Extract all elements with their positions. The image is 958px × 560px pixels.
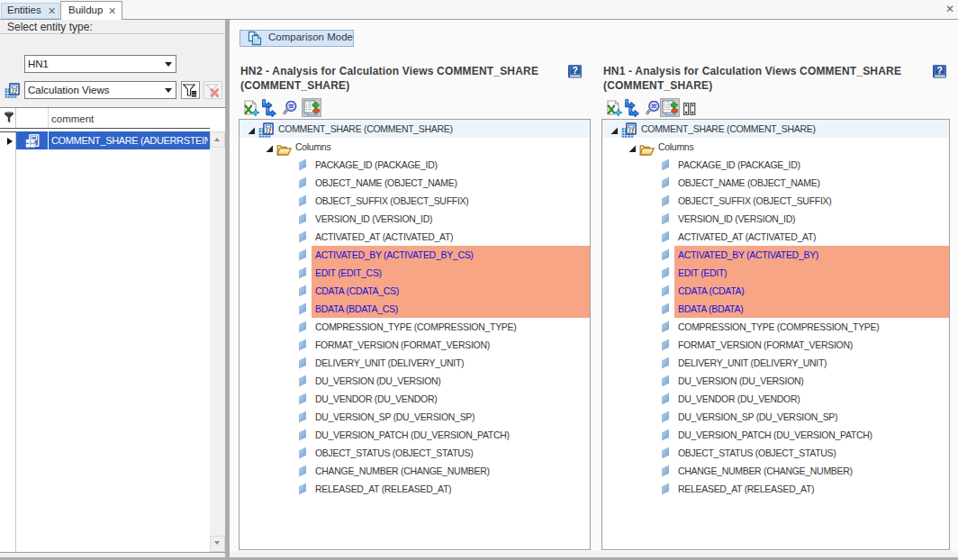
svg-text:?: ?: [936, 65, 943, 76]
svg-text:?: ?: [572, 65, 578, 76]
